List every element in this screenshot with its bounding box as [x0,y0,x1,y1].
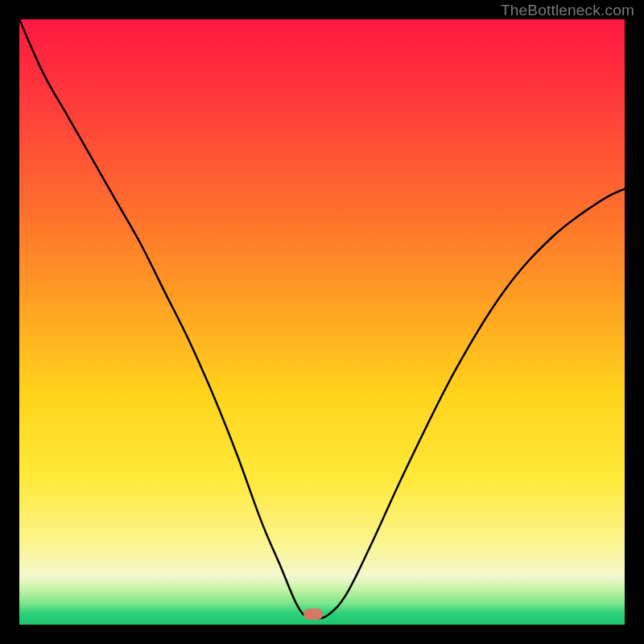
bottleneck-curve [19,19,625,625]
chart-frame: TheBottleneck.com [0,0,644,644]
plot-area [19,19,625,625]
watermark-text: TheBottleneck.com [501,2,634,19]
bottleneck-marker [303,609,323,620]
